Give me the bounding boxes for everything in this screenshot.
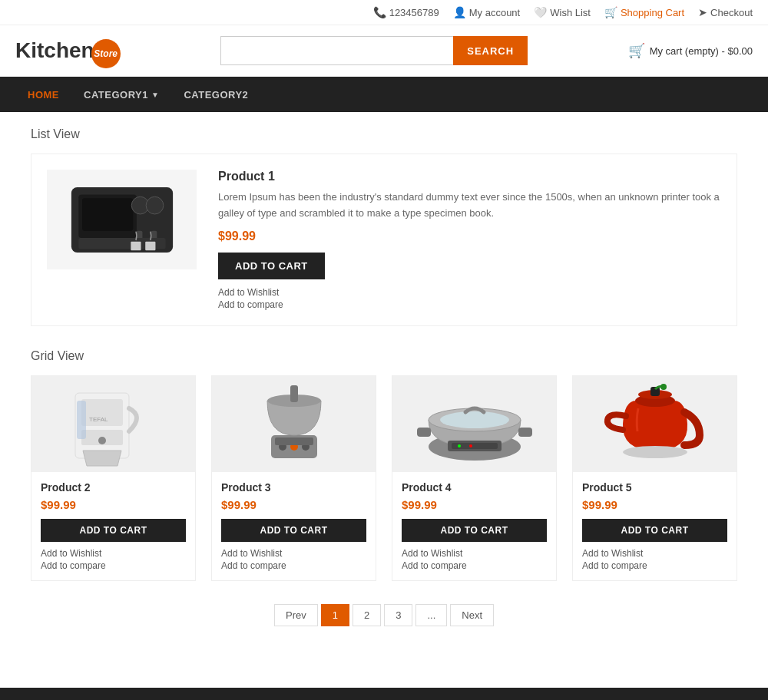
product1-image	[57, 176, 187, 264]
svg-point-36	[660, 384, 667, 390]
svg-rect-22	[275, 438, 313, 445]
nav-category1[interactable]: CATEGORY1 ▼	[71, 77, 171, 112]
product3-price: $99.99	[221, 498, 366, 511]
phone-label: 123456789	[389, 7, 439, 18]
account-icon: 👤	[453, 6, 466, 18]
footer: OpenCart Theme Designed With TemplateToa…	[0, 688, 768, 700]
product2-links: Add to Wishlist Add to compare	[41, 548, 186, 571]
product3-name: Product 3	[221, 481, 366, 494]
main-content: List View Product 1 Lo	[0, 112, 768, 672]
page-btn-ellipsis: ...	[415, 604, 447, 626]
logo-text: Kitchen	[15, 40, 94, 61]
list-view-title: List View	[31, 127, 737, 141]
product5-price: $99.99	[582, 498, 727, 511]
grid-item-1: Product 3 $99.99 ADD TO CART Add to Wish…	[211, 375, 376, 581]
phone-icon: 📞	[373, 6, 386, 18]
product5-info: Product 5 $99.99 ADD TO CART Add to Wish…	[573, 472, 737, 580]
product4-image	[413, 378, 536, 470]
product2-image: TEFAL	[52, 378, 175, 470]
product2-price: $99.99	[41, 498, 186, 511]
product1-image-wrap	[47, 170, 197, 269]
product1-name: Product 1	[218, 170, 721, 183]
product4-links: Add to Wishlist Add to compare	[402, 548, 547, 571]
svg-point-14	[98, 437, 106, 444]
cart-label: My cart (empty) - $0.00	[650, 45, 753, 57]
heart-icon: 🤍	[534, 6, 547, 18]
page-btn-3[interactable]: 3	[384, 604, 412, 626]
svg-rect-2	[82, 198, 133, 231]
logo[interactable]: Kitchen Store	[15, 36, 121, 65]
product1-compare[interactable]: Add to compare	[218, 299, 721, 310]
header: Kitchen Store SEARCH 🛒 My cart (empty) -…	[0, 25, 768, 77]
nav-category2[interactable]: CATEGORY2	[171, 77, 260, 112]
logo-circle: Store	[91, 39, 121, 68]
shopping-cart-item[interactable]: 🛒 Shopping Cart	[604, 6, 684, 18]
product4-info: Product 4 $99.99 ADD TO CART Add to Wish…	[392, 472, 556, 580]
product1-add-to-cart[interactable]: ADD TO CART	[218, 253, 325, 279]
svg-rect-26	[417, 428, 431, 437]
product2-name: Product 2	[41, 481, 186, 494]
svg-rect-13	[77, 401, 86, 439]
svg-point-31	[469, 444, 472, 447]
svg-point-4	[146, 196, 164, 214]
product2-add-to-cart[interactable]: ADD TO CART	[41, 519, 186, 542]
product3-wishlist[interactable]: Add to Wishlist	[221, 548, 366, 559]
footer-wrap: OpenCart Theme Designed With TemplateToa…	[0, 688, 768, 700]
chevron-down-icon: ▼	[151, 91, 159, 99]
product4-wishlist[interactable]: Add to Wishlist	[402, 548, 547, 559]
product2-image-wrap: TEFAL	[31, 376, 195, 472]
svg-rect-18	[290, 385, 298, 402]
product4-compare[interactable]: Add to compare	[402, 560, 547, 571]
svg-rect-27	[518, 428, 532, 437]
product1-desc: Lorem Ipsum has been the industry's stan…	[218, 190, 721, 222]
product1-wishlist[interactable]: Add to Wishlist	[218, 287, 721, 298]
product2-compare[interactable]: Add to compare	[41, 560, 186, 571]
search-area: SEARCH	[220, 36, 528, 65]
phone-item[interactable]: 📞 123456789	[373, 6, 439, 18]
pagination: Prev 1 2 3 ... Next	[31, 604, 737, 626]
grid-view: TEFAL Product 2 $99.99 ADD TO CART Add t…	[31, 375, 737, 581]
my-account-item[interactable]: 👤 My account	[453, 6, 520, 18]
grid-item-3: Product 5 $99.99 ADD TO CART Add to Wish…	[572, 375, 737, 581]
product5-compare[interactable]: Add to compare	[582, 560, 727, 571]
my-account-label: My account	[469, 7, 520, 18]
checkout-label: Checkout	[710, 7, 753, 18]
svg-rect-8	[131, 241, 141, 249]
grid-view-title: Grid View	[31, 349, 737, 363]
product4-price: $99.99	[402, 498, 547, 511]
page-btn-2[interactable]: 2	[353, 604, 381, 626]
product4-add-to-cart[interactable]: ADD TO CART	[402, 519, 547, 542]
product4-image-wrap	[392, 376, 556, 472]
checkout-icon: ➤	[698, 6, 707, 18]
wish-list-item[interactable]: 🤍 Wish List	[534, 6, 591, 18]
wish-list-label: Wish List	[550, 7, 591, 18]
product3-add-to-cart[interactable]: ADD TO CART	[221, 519, 366, 542]
nav-home[interactable]: HOME	[15, 77, 71, 112]
product5-wishlist[interactable]: Add to Wishlist	[582, 548, 727, 559]
cart-icon-red: 🛒	[628, 42, 645, 59]
svg-point-30	[458, 444, 461, 447]
search-input[interactable]	[220, 36, 453, 65]
cart-area[interactable]: 🛒 My cart (empty) - $0.00	[628, 42, 753, 59]
product2-wishlist[interactable]: Add to Wishlist	[41, 548, 186, 559]
svg-rect-9	[145, 241, 155, 249]
product1-links: Add to Wishlist Add to compare	[218, 287, 721, 310]
prev-page-btn[interactable]: Prev	[274, 604, 318, 626]
svg-point-25	[440, 411, 509, 428]
grid-item-2: Product 4 $99.99 ADD TO CART Add to Wish…	[392, 375, 557, 581]
checkout-item[interactable]: ➤ Checkout	[698, 6, 753, 18]
svg-text:TEFAL: TEFAL	[89, 416, 108, 423]
next-page-btn[interactable]: Next	[450, 604, 494, 626]
product1-info: Product 1 Lorem Ipsum has been the indus…	[218, 170, 721, 310]
search-button[interactable]: SEARCH	[453, 36, 528, 65]
list-view-item: Product 1 Lorem Ipsum has been the indus…	[31, 154, 737, 326]
product5-image	[594, 378, 717, 470]
product3-compare[interactable]: Add to compare	[221, 560, 366, 571]
page-btn-1[interactable]: 1	[321, 604, 349, 626]
product5-image-wrap	[573, 376, 737, 472]
product3-image	[233, 378, 356, 470]
product5-add-to-cart[interactable]: ADD TO CART	[582, 519, 727, 542]
top-bar: 📞 123456789 👤 My account 🤍 Wish List 🛒 S…	[0, 0, 768, 25]
svg-point-35	[623, 446, 687, 458]
product4-name: Product 4	[402, 481, 547, 494]
